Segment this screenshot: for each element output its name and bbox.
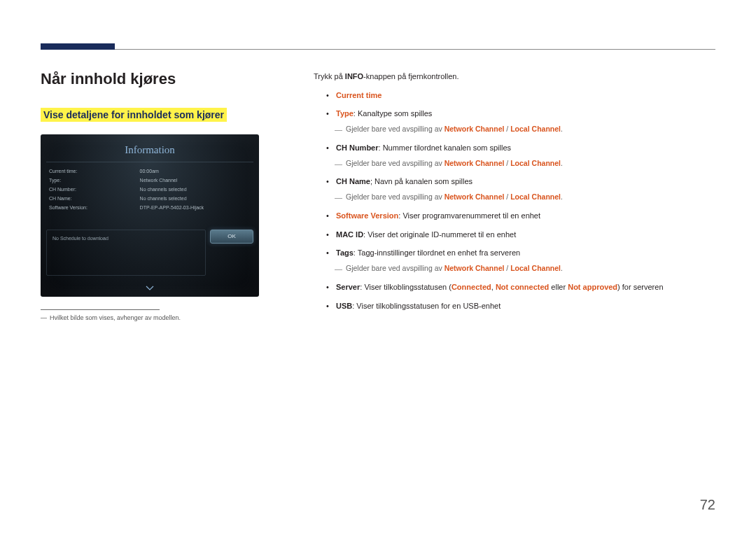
footnote-rule [41,309,160,310]
intro-line: Trykk på INFO-knappen på fjernkontrollen… [314,70,714,83]
top-rule [41,49,715,50]
li-text: : Viser programvarenummeret til en enhet [398,211,540,220]
page-number: 72 [700,497,715,513]
li-bold: CH Number [336,143,379,152]
heading-2-highlight: Vise detaljene for innholdet som kjører [41,108,227,122]
row-label: Software Version: [49,205,140,210]
sub-note: Gjelder bare ved avspilling av Network C… [336,191,714,204]
li-mid: eller [549,283,568,291]
info-row: Software Version: DTP-EP-APP-5402-03-Hij… [49,203,251,212]
schedule-box: No Schedule to download [46,230,206,276]
li-text: : Nummer tilordnet kanalen som spilles [379,143,512,152]
chevron-down-icon[interactable] [144,284,155,293]
heading-2: Vise detaljene for innholdet som kjører [43,109,224,120]
info-row: CH Number: No channels selected [49,185,251,194]
info-row: CH Name: No channels selected [49,194,251,203]
sub-sep: / [504,192,510,201]
li-r1: Connected [451,283,491,291]
document-page: Når innhold kjøres Vise detaljene for in… [0,0,756,534]
right-column: Trykk på INFO-knappen på fjernkontrollen… [314,70,714,318]
sub-dot: . [561,125,563,133]
sub-pre: Gjelder bare ved avspilling av [346,159,444,167]
li-bold-red: Software Version [336,211,398,220]
info-row: Current time: 00:00am [49,167,251,176]
info-row: Type: Network Channel [49,176,251,185]
row-value: No channels selected [140,187,251,192]
intro-text-a: Trykk på [314,72,345,80]
sub-r1: Network Channel [444,192,505,201]
heading-1: Når innhold kjøres [41,70,265,88]
sub-dot: . [561,264,563,272]
sub-note: Gjelder bare ved avspilling av Network C… [336,123,714,136]
list-item: CH Name; Navn på kanalen som spilles Gje… [314,175,714,204]
screenshot-title: Information [43,137,256,162]
list-item: Current time [314,89,714,102]
list-item: USB: Viser tilkoblingsstatusen for en US… [314,300,714,313]
sub-r2: Local Channel [510,159,561,167]
row-label: CH Number: [49,187,140,192]
li-bold: Tags [336,248,354,257]
li-bold-red: Type [336,109,354,118]
footnote-dash: ― [41,314,47,321]
sub-r1: Network Channel [444,159,505,167]
li-text: : Viser tilkoblingsstatusen for en USB-e… [352,302,500,310]
li-bold: CH Name [336,177,370,185]
sub-r2: Local Channel [510,192,561,201]
li-pre: : Viser tilkoblingsstatusen ( [360,283,451,291]
sub-dot: . [561,192,563,201]
list-item: Tags: Tagg-innstillinger tilordnet en en… [314,246,714,275]
list-item: Software Version: Viser programvarenumme… [314,209,714,223]
footnote: ―Hvilket bilde som vises, avhenger av mo… [41,314,265,321]
sub-sep: / [504,125,510,133]
list-item: Type: Kanaltype som spilles Gjelder bare… [314,107,714,136]
sub-r1: Network Channel [444,125,505,133]
li-text: : Viser det originale ID-nummeret til en… [363,230,516,239]
sub-sep: / [504,159,510,167]
sub-pre: Gjelder bare ved avspilling av [346,264,444,272]
li-text: : Kanaltype som spilles [354,109,433,118]
li-text: ; Navn på kanalen som spilles [370,177,472,185]
bullet-list: Current time Type: Kanaltype som spilles… [314,89,714,313]
tv-screenshot: Information Current time: 00:00am Type: … [41,134,259,297]
li-r3: Not approved [568,283,617,291]
footnote-text: Hvilket bilde som vises, avhenger av mod… [50,314,181,321]
ok-button[interactable]: OK [210,230,253,244]
row-value: DTP-EP-APP-5402-03-Hijack [140,205,251,210]
li-text: : Tagg-innstillinger tilordnet en enhet … [354,248,520,257]
intro-info-bold: INFO [345,72,363,80]
left-column: Når innhold kjøres Vise detaljene for in… [41,70,265,321]
sub-note: Gjelder bare ved avspilling av Network C… [336,262,714,275]
sub-sep: / [504,264,510,272]
row-value: 00:00am [140,169,251,174]
li-bold: Server [336,283,360,291]
accent-bar [41,43,115,50]
li-post: ) for serveren [617,283,663,291]
sub-r2: Local Channel [510,264,561,272]
li-r2: Not connected [496,283,549,291]
row-label: Type: [49,178,140,183]
sub-pre: Gjelder bare ved avspilling av [346,192,444,201]
intro-text-c: -knappen på fjernkontrollen. [363,72,458,80]
schedule-text: No Schedule to download [52,236,108,241]
row-value: Network Channel [140,178,251,183]
sub-r1: Network Channel [444,264,505,272]
sub-r2: Local Channel [510,125,561,133]
row-label: Current time: [49,169,140,174]
li-bold: USB [336,302,352,310]
li-bold: MAC ID [336,230,363,239]
li-red: Current time [336,91,382,99]
row-value: No channels selected [140,196,251,201]
row-label: CH Name: [49,196,140,201]
sub-dot: . [561,159,563,167]
list-item: CH Number: Nummer tilordnet kanalen som … [314,141,714,170]
list-item: Server: Viser tilkoblingsstatusen (Conne… [314,281,714,294]
sub-pre: Gjelder bare ved avspilling av [346,125,444,133]
sub-note: Gjelder bare ved avspilling av Network C… [336,157,714,170]
info-grid: Current time: 00:00am Type: Network Chan… [43,162,256,213]
list-item: MAC ID: Viser det originale ID-nummeret … [314,228,714,241]
